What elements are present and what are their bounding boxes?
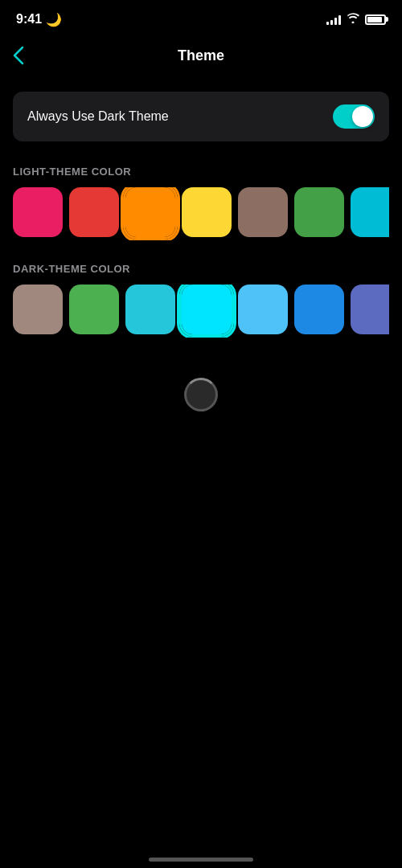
battery-icon bbox=[365, 14, 386, 25]
dark-swatch-indigo[interactable] bbox=[351, 285, 389, 334]
content-area: Always Use Dark Theme LIGHT-THEME COLOR … bbox=[0, 76, 402, 411]
toggle-knob bbox=[352, 106, 373, 127]
time-label: 9:41 bbox=[16, 12, 42, 27]
light-swatch-teal[interactable] bbox=[351, 187, 389, 237]
signal-icon bbox=[326, 14, 341, 25]
dark-swatch-sky-blue[interactable] bbox=[238, 285, 288, 334]
status-time-container: 9:41 🌙 bbox=[16, 12, 62, 27]
dark-theme-color-grid bbox=[13, 285, 389, 338]
page-title: Theme bbox=[178, 47, 224, 64]
wifi-icon bbox=[346, 13, 360, 26]
light-theme-color-grid bbox=[13, 187, 389, 240]
status-icons bbox=[326, 13, 386, 26]
dark-theme-label: DARK-THEME COLOR bbox=[13, 263, 389, 275]
light-swatch-hot-pink[interactable] bbox=[13, 187, 63, 237]
loading-spinner-container bbox=[13, 378, 389, 411]
light-theme-section: LIGHT-THEME COLOR bbox=[13, 166, 389, 240]
toggle-label: Always Use Dark Theme bbox=[27, 109, 169, 124]
back-button[interactable] bbox=[13, 46, 24, 65]
dark-theme-toggle-row: Always Use Dark Theme bbox=[13, 92, 389, 141]
light-swatch-tan[interactable] bbox=[238, 187, 288, 237]
dark-swatch-mint[interactable] bbox=[125, 285, 175, 334]
dark-swatch-cyan[interactable] bbox=[182, 285, 232, 334]
dark-swatch-lime[interactable] bbox=[69, 285, 119, 334]
status-bar: 9:41 🌙 bbox=[0, 0, 402, 35]
dark-swatch-brown[interactable] bbox=[13, 285, 63, 334]
dark-theme-toggle[interactable] bbox=[333, 104, 375, 129]
light-swatch-yellow[interactable] bbox=[182, 187, 232, 237]
loading-spinner bbox=[184, 378, 218, 411]
light-swatch-green[interactable] bbox=[294, 187, 344, 237]
home-indicator bbox=[149, 858, 253, 862]
light-theme-label: LIGHT-THEME COLOR bbox=[13, 166, 389, 178]
moon-icon: 🌙 bbox=[46, 12, 62, 27]
dark-theme-section: DARK-THEME COLOR bbox=[13, 263, 389, 338]
dark-swatch-blue[interactable] bbox=[294, 285, 344, 334]
light-swatch-red[interactable] bbox=[69, 187, 119, 237]
light-swatch-orange[interactable] bbox=[125, 187, 175, 237]
nav-bar: Theme bbox=[0, 35, 402, 76]
